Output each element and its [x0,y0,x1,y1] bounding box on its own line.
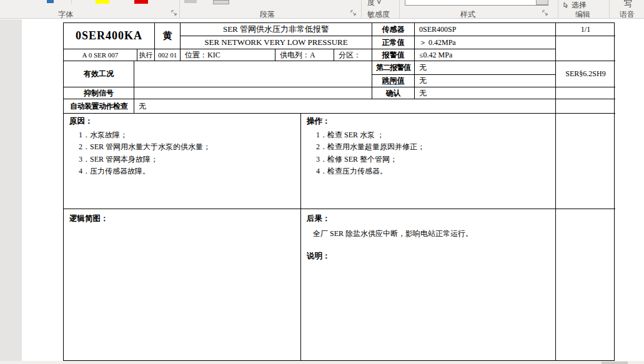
divider [609,0,610,18]
list-item: 3．SER 管网本身故障； [69,154,300,166]
consequence-label: 后果： [307,214,555,224]
notes-label: 说明： [307,251,555,262]
highlight-color-icon[interactable] [96,0,109,4]
ribbon: 度 ˅ 选择 写 字体 段落 敏感度 样式 编辑 语音 [0,0,644,19]
trip-value-cell[interactable]: 无 [415,75,556,87]
color-code-cell[interactable]: 黄 [155,23,181,49]
power-train-cell[interactable]: 供电列：A [275,49,334,61]
word-window: 度 ˅ 选择 写 字体 段落 敏感度 样式 编辑 语音 0SER400KA 黄 [0,0,644,364]
trip-value-label: 跳闸值 [382,76,405,86]
sensitivity-button[interactable]: 度 ˅ [367,0,381,8]
second-alarm-value-cell[interactable]: 无 [415,61,556,75]
empty-cell[interactable] [556,36,615,61]
sensor-value-cell[interactable]: 0SER400SP [415,23,556,36]
select-cursor-icon [563,2,570,9]
borders-icon[interactable] [213,0,229,4]
page-left-margin [0,19,22,361]
document-canvas: 0SER400KA 黄 SER 管网供水压力非常低报警 传感器 0SER400S… [0,19,644,361]
normal-value-cell[interactable]: ＞ 0.42MPa [415,36,556,49]
ribbon-group-paragraph: 段落 [260,9,275,19]
empty-cell[interactable] [556,99,615,114]
horizontal-scrollbar[interactable] [0,361,644,364]
valid-condition-label-cell[interactable]: 有效工况 [64,61,134,87]
divider [179,0,180,18]
list-item: 3．检修 SER 整个管网； [307,154,555,166]
underline-color-icon[interactable] [47,0,54,3]
auto-check-value-cell[interactable]: 无 [134,99,556,114]
divider [71,0,72,4]
style-gallery-scroll-button[interactable] [536,0,548,5]
styles-dialog-launcher-icon[interactable] [542,10,548,16]
exec-label-cell[interactable]: 执行 [137,49,155,61]
ribbon-group-sensitivity: 敏感度 [367,9,390,19]
valid-condition-value-cell[interactable] [134,61,372,87]
second-alarm-label-cell[interactable]: 第二报警值 [372,61,415,75]
list-item: 4．压力传感器故障。 [69,165,300,178]
ribbon-group-styles: 样式 [460,9,475,19]
operations-label: 操作： [307,116,555,127]
font-dialog-launcher-icon[interactable] [171,10,177,16]
ribbon-group-font: 字体 [58,9,73,19]
kks-code-cell[interactable]: 0SER400KA [64,23,155,49]
divider [399,0,400,18]
location-cell[interactable]: 位置：KIC [181,49,275,61]
causes-cell[interactable]: 原因： 1．水泵故障；2．SER 管网用水量大于水泵的供水量；3．SER 管网本… [64,114,301,209]
list-item: 1．水泵故障； [69,129,300,142]
suppress-signal-value-cell[interactable] [134,87,372,99]
causes-list: 1．水泵故障；2．SER 管网用水量大于水泵的供水量；3．SER 管网本身故障；… [69,129,300,178]
causes-label: 原因： [69,116,300,127]
logic-diagram-cell[interactable]: 逻辑简图： [64,209,301,361]
paragraph-dialog-launcher-icon[interactable] [350,10,357,16]
alarm-sheet-table: 0SER400KA 黄 SER 管网供水压力非常低报警 传感器 0SER400S… [63,22,615,361]
trip-value-label-cell[interactable]: 跳闸值 [372,75,415,87]
consequence-text: 全厂 SER 除盐水供应中断，影响电站正常运行。 [307,228,555,240]
empty-cell[interactable] [556,114,615,209]
list-item: 2．检查用水量超量原因并修正； [307,141,555,154]
suppress-signal-label-cell[interactable]: 抑制信号 [64,87,134,99]
ribbon-group-editing: 编辑 [575,9,590,19]
ribbon-group-voice: 语音 [620,9,635,19]
list-item: 4．检查压力传感器。 [307,165,555,178]
empty-cell[interactable] [556,209,615,361]
divider [558,0,558,18]
style-gallery-box[interactable] [405,0,548,6]
operations-list: 1．检查 SER 水泵 ；2．检查用水量超量原因并修正；3．检修 SER 整个管… [307,129,555,178]
shading-icon[interactable] [184,0,197,3]
confirm-label-cell[interactable]: 确认 [372,87,415,99]
title-en-cell[interactable]: SER NETWORK VERY LOW PRESSURE [181,36,372,49]
exec-code-cell[interactable]: 002 01 [155,49,181,61]
confirm-value-cell[interactable]: 无 [415,87,556,99]
font-color-icon[interactable] [134,0,148,4]
consequence-cell[interactable]: 后果： 全厂 SER 除盐水供应中断，影响电站正常运行。 说明： [301,209,556,361]
ref-code-cell[interactable]: A 0 SER 007 [64,49,137,61]
horizontal-scrollbar-thumb[interactable] [602,362,628,364]
doc-ref-cell[interactable]: SER§6.2SH9 [556,61,615,87]
sensor-label-cell[interactable]: 传感器 [372,23,415,36]
alarm-value-label-cell[interactable]: 报警值 [372,49,415,61]
operations-cell[interactable]: 操作： 1．检查 SER 水泵 ；2．检查用水量超量原因并修正；3．检修 SER… [301,114,556,209]
dictate-button[interactable]: 写 [624,0,632,9]
zone-cell[interactable]: 分区： [334,49,372,61]
normal-value-label-cell[interactable]: 正常值 [372,36,415,49]
empty-cell[interactable] [556,87,615,99]
list-item: 1．检查 SER 水泵 ； [307,129,555,142]
divider [361,0,362,18]
logic-diagram-label: 逻辑简图： [69,214,300,224]
auto-check-label-cell[interactable]: 自动装置动作检查 [64,99,134,114]
alarm-value-cell[interactable]: ≤0.42 MPa [415,49,556,61]
sheet-number-cell[interactable]: 1/1 [556,23,615,36]
list-item: 2．SER 管网用水量大于水泵的供水量； [69,141,300,154]
title-cn-cell[interactable]: SER 管网供水压力非常低报警 [181,23,372,36]
